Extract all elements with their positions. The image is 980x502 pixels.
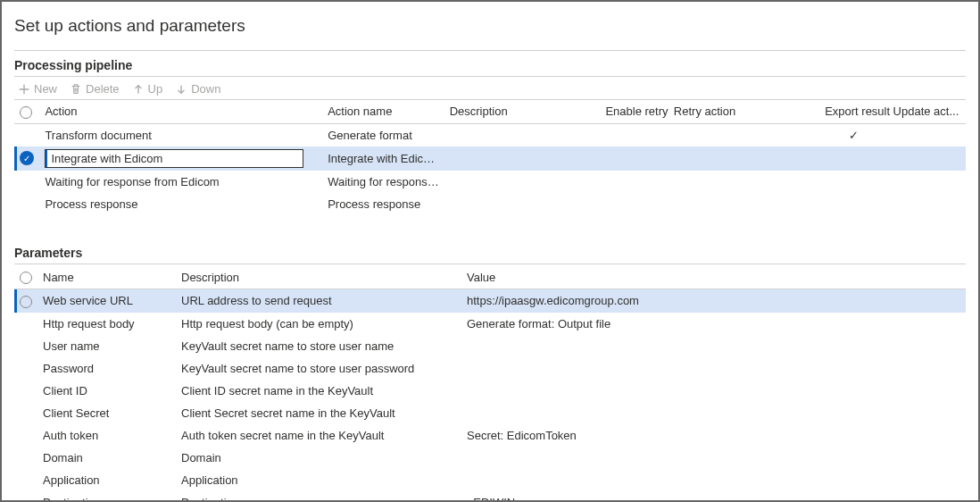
parameters-row-selector[interactable] [14, 313, 37, 335]
parameters-row-selector[interactable] [14, 469, 37, 491]
pipeline-row-description[interactable] [444, 171, 601, 193]
parameters-header-value[interactable]: Value [461, 266, 966, 289]
pipeline-row-enable-retry[interactable] [600, 193, 668, 215]
pipeline-row-selector[interactable] [14, 193, 39, 215]
parameters-row-description[interactable]: URL address to send request [176, 289, 461, 313]
pipeline-row-name[interactable]: Waiting for response fro... [322, 171, 444, 193]
parameters-row[interactable]: User nameKeyVault secret name to store u… [14, 335, 966, 357]
toolbar-delete-button[interactable]: Delete [70, 82, 120, 96]
pipeline-row-export-result[interactable] [819, 171, 887, 193]
pipeline-row-description[interactable] [444, 123, 601, 146]
parameters-row-description[interactable]: KeyVault secret name to store user name [176, 335, 461, 357]
pipeline-row-action[interactable]: Waiting for response from Edicom [39, 171, 322, 193]
pipeline-row-retry-action[interactable] [669, 193, 819, 215]
parameters-row-description[interactable]: Client ID secret name in the KeyVault [176, 380, 461, 402]
pipeline-row-update-act[interactable] [888, 123, 966, 146]
pipeline-row[interactable]: Waiting for response from EdicomWaiting … [14, 171, 966, 193]
parameters-row-name[interactable]: Client ID [37, 380, 176, 402]
parameters-row-selector[interactable] [14, 289, 37, 313]
parameters-row[interactable]: Auth tokenAuth token secret name in the … [14, 424, 966, 447]
pipeline-row-description[interactable] [444, 146, 601, 171]
pipeline-row-update-act[interactable] [888, 193, 966, 215]
parameters-row[interactable]: Http request bodyHttp request body (can … [14, 313, 966, 335]
parameters-row-value[interactable] [461, 380, 966, 402]
parameters-row-selector[interactable] [14, 424, 37, 447]
parameters-row-description[interactable]: Application [176, 469, 461, 491]
parameters-header-description[interactable]: Description [176, 266, 461, 289]
pipeline-row-export-result[interactable] [819, 193, 887, 215]
parameters-row-description[interactable]: KeyVault secret name to store user passw… [176, 357, 461, 380]
parameters-row-selector[interactable] [14, 357, 37, 380]
parameters-row[interactable]: Web service URLURL address to send reque… [14, 289, 966, 313]
parameters-row-value[interactable] [461, 335, 966, 357]
toolbar-up-button[interactable]: Up [132, 82, 163, 96]
parameters-row-description[interactable]: Auth token secret name in the KeyVault [176, 424, 461, 447]
parameters-row[interactable]: PasswordKeyVault secret name to store us… [14, 357, 966, 380]
parameters-header-select[interactable] [14, 266, 37, 289]
parameters-row-name[interactable]: Web service URL [37, 289, 176, 313]
parameters-row-value[interactable] [461, 469, 966, 491]
parameters-row[interactable]: Client IDClient ID secret name in the Ke… [14, 380, 966, 402]
pipeline-row-name[interactable]: Generate format [322, 123, 444, 146]
pipeline-row-action[interactable]: Integrate with Edicom [39, 146, 322, 171]
pipeline-row-action[interactable]: Process response [39, 193, 322, 215]
parameters-row-description[interactable]: Domain [176, 447, 461, 469]
pipeline-header-update-act[interactable]: Update act... [888, 100, 966, 124]
pipeline-row-enable-retry[interactable] [600, 123, 668, 146]
parameters-row-description[interactable]: Destination [176, 491, 461, 502]
pipeline-header-name[interactable]: Action name [322, 100, 444, 124]
parameters-row-selector[interactable] [14, 447, 37, 469]
pipeline-row-update-act[interactable] [888, 146, 966, 171]
pipeline-row-name[interactable]: Process response [322, 193, 444, 215]
pipeline-row-action[interactable]: Transform document [39, 123, 322, 146]
parameters-row-description[interactable]: Client Secret secret name in the KeyVaul… [176, 402, 461, 424]
parameters-row[interactable]: Client SecretClient Secret secret name i… [14, 402, 966, 424]
parameters-row-value[interactable]: _EDIWIN [461, 491, 966, 502]
pipeline-row-enable-retry[interactable] [600, 146, 668, 171]
parameters-row-name[interactable]: Auth token [37, 424, 176, 447]
parameters-row-value[interactable] [461, 447, 966, 469]
pipeline-header-retry-action[interactable]: Retry action [669, 100, 819, 124]
pipeline-header-enable-retry[interactable]: Enable retry [600, 100, 668, 124]
pipeline-row-selector[interactable] [14, 171, 39, 193]
parameters-row-value[interactable]: Secret: EdicomToken [461, 424, 966, 447]
parameters-row-name[interactable]: Password [37, 357, 176, 380]
parameters-row-selector[interactable] [14, 335, 37, 357]
pipeline-row-name[interactable]: Integrate with Edicom [322, 146, 444, 171]
parameters-row[interactable]: DestinationDestination_EDIWIN [14, 491, 966, 502]
pipeline-header-description[interactable]: Description [444, 100, 601, 124]
pipeline-row-enable-retry[interactable] [600, 171, 668, 193]
pipeline-row-export-result[interactable]: ✓ [819, 123, 887, 146]
parameters-row-name[interactable]: Http request body [37, 313, 176, 335]
toolbar-down-button[interactable]: Down [175, 82, 220, 96]
pipeline-row-retry-action[interactable] [669, 146, 819, 171]
pipeline-header-action[interactable]: Action [39, 100, 322, 124]
pipeline-row-export-result[interactable] [819, 146, 887, 171]
parameters-row-name[interactable]: Destination [37, 491, 176, 502]
pipeline-row-update-act[interactable] [888, 171, 966, 193]
pipeline-action-input[interactable]: Integrate with Edicom [45, 149, 303, 168]
parameters-row-value[interactable] [461, 402, 966, 424]
parameters-row-name[interactable]: Application [37, 469, 176, 491]
pipeline-row[interactable]: Transform documentGenerate format✓ [14, 123, 966, 146]
pipeline-row-selector[interactable]: ✓ [14, 146, 39, 171]
pipeline-row[interactable]: Process responseProcess response [14, 193, 966, 215]
pipeline-header-export-result[interactable]: Export result [819, 100, 887, 124]
pipeline-row-retry-action[interactable] [669, 123, 819, 146]
parameters-row-selector[interactable] [14, 380, 37, 402]
pipeline-header-select[interactable] [14, 100, 39, 124]
parameters-row[interactable]: DomainDomain [14, 447, 966, 469]
parameters-header-name[interactable]: Name [37, 266, 176, 289]
pipeline-row-description[interactable] [444, 193, 601, 215]
parameters-row-name[interactable]: User name [37, 335, 176, 357]
pipeline-row-selector[interactable] [14, 123, 39, 146]
parameters-row[interactable]: ApplicationApplication [14, 469, 966, 491]
pipeline-row-retry-action[interactable] [669, 171, 819, 193]
parameters-row-selector[interactable] [14, 491, 37, 502]
pipeline-row[interactable]: ✓Integrate with EdicomIntegrate with Edi… [14, 146, 966, 171]
parameters-row-name[interactable]: Domain [37, 447, 176, 469]
toolbar-new-button[interactable]: New [18, 82, 57, 96]
parameters-row-value[interactable]: Generate format: Output file [461, 313, 966, 335]
parameters-row-value[interactable] [461, 357, 966, 380]
parameters-row-value[interactable]: https://ipaasgw.edicomgroup.com [461, 289, 966, 313]
